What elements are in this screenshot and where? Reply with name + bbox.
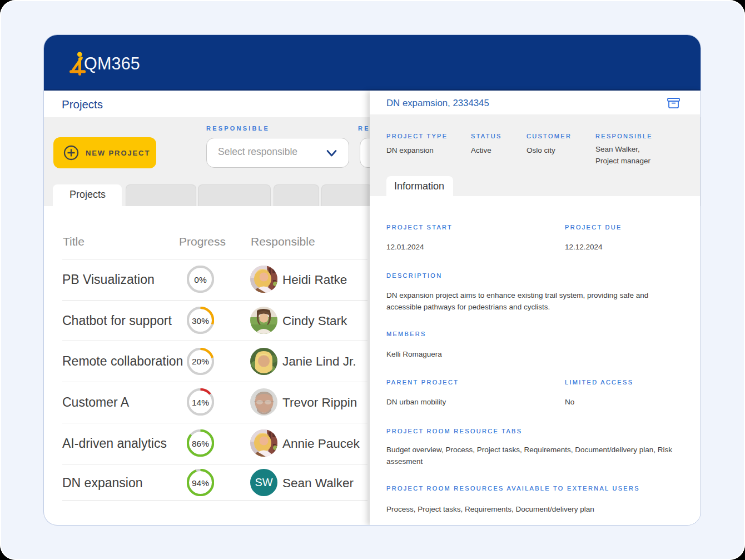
svg-text:SW: SW [255, 476, 272, 488]
